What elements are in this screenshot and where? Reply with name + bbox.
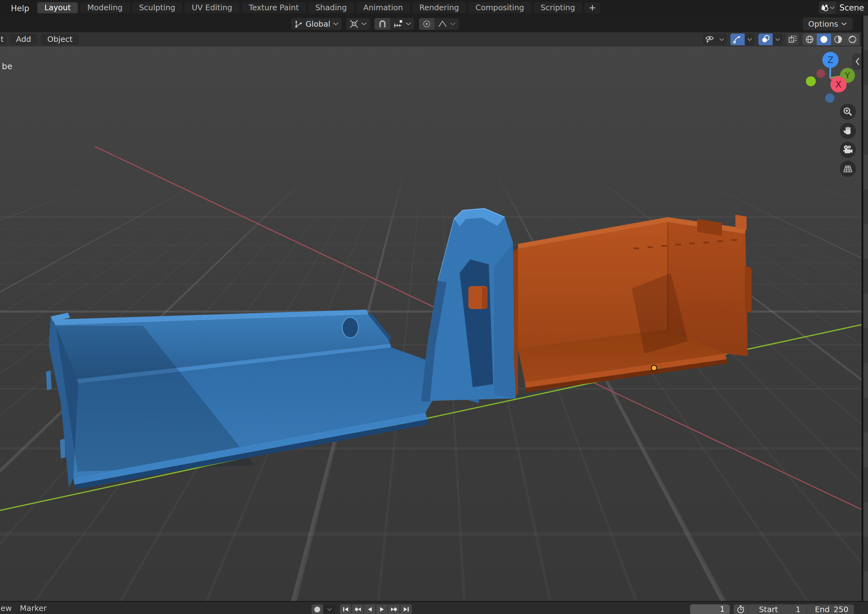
prev-keyframe-icon	[354, 606, 361, 612]
auto-keying-toggle[interactable]	[311, 605, 323, 614]
hand-icon	[843, 126, 853, 136]
view-menu-partial[interactable]: ew	[1, 604, 12, 613]
end-frame-field[interactable]: End 250	[807, 605, 854, 614]
tab-sculpting[interactable]: Sculpting	[132, 2, 183, 13]
adjacent-editor-edge[interactable]	[863, 16, 868, 601]
perspective-toggle-button[interactable]	[840, 161, 856, 177]
tab-animation[interactable]: Animation	[356, 2, 410, 13]
object-menu[interactable]: Object	[41, 34, 79, 45]
play-icon	[379, 606, 385, 612]
tray-hole	[342, 317, 358, 338]
help-menu[interactable]: Help	[8, 3, 32, 14]
gizmo-minus-z-axis[interactable]	[825, 93, 834, 103]
chevron-down-icon	[450, 22, 456, 26]
object-visibility-group	[703, 34, 727, 45]
blue-handle-object[interactable]	[421, 208, 516, 402]
solid-shading-button[interactable]	[817, 34, 831, 45]
eye-cursor-icon	[705, 35, 715, 44]
tab-uv-editing[interactable]: UV Editing	[185, 2, 239, 13]
next-keyframe-button[interactable]	[388, 605, 400, 614]
workspace-tabs: Layout Modeling Sculpting UV Editing Tex…	[37, 2, 600, 13]
play-reverse-icon	[367, 606, 373, 612]
overlays-group	[758, 34, 782, 45]
chevron-down-icon	[406, 22, 411, 26]
wireframe-shading-button[interactable]	[803, 34, 817, 45]
tab-compositing[interactable]: Compositing	[468, 2, 531, 13]
visibility-dropdown[interactable]	[717, 34, 727, 45]
falloff-dropdown[interactable]	[434, 18, 459, 30]
options-dropdown[interactable]: Options	[803, 17, 852, 30]
tab-modeling[interactable]: Modeling	[80, 2, 130, 13]
show-overlays-toggle[interactable]	[758, 34, 773, 45]
chevron-down-icon	[327, 608, 332, 611]
frame-range-group: Start 1 End 250	[734, 605, 854, 614]
blue-object[interactable]	[46, 310, 479, 490]
gizmo-minus-x-axis[interactable]	[817, 69, 825, 78]
xray-toggle[interactable]	[786, 34, 799, 45]
snap-target-dropdown[interactable]	[346, 18, 370, 30]
show-gizmos-toggle[interactable]	[730, 34, 745, 45]
overlays-dropdown[interactable]	[773, 34, 782, 45]
axes-icon	[294, 20, 303, 28]
proportional-dot-icon	[422, 19, 431, 28]
use-preview-range-toggle[interactable]	[734, 605, 748, 614]
material-sphere-icon	[834, 35, 843, 44]
add-menu[interactable]: Add	[10, 34, 37, 45]
marker-menu[interactable]: Marker	[20, 604, 47, 613]
next-keyframe-icon	[390, 606, 398, 612]
topbar: Help Layout Modeling Sculpting UV Editin…	[0, 0, 868, 16]
tab-shading[interactable]: Shading	[308, 2, 354, 13]
end-label: End	[807, 605, 830, 614]
jump-to-start-button[interactable]	[340, 605, 351, 614]
chevron-down-icon	[719, 38, 724, 41]
end-value: 250	[834, 605, 854, 614]
select-menu-partial[interactable]: t	[0, 34, 6, 45]
play-button[interactable]	[376, 605, 387, 614]
play-reverse-button[interactable]	[364, 605, 375, 614]
rendered-shading-button[interactable]	[845, 34, 860, 45]
svg-text:X: X	[835, 79, 841, 90]
keying-dropdown[interactable]	[323, 605, 335, 614]
gizmo-minus-y-axis[interactable]	[806, 76, 816, 86]
previous-keyframe-button[interactable]	[352, 605, 363, 614]
jump-start-icon	[342, 606, 349, 612]
snap-target-icon	[349, 19, 359, 28]
pan-button[interactable]	[840, 123, 856, 139]
stopwatch-icon	[736, 605, 745, 614]
gizmos-dropdown[interactable]	[745, 34, 754, 45]
snap-group	[375, 18, 414, 30]
jump-to-end-button[interactable]	[400, 605, 412, 614]
tab-texture-paint[interactable]: Texture Paint	[242, 2, 306, 13]
zoom-button[interactable]	[840, 104, 856, 120]
add-workspace-button[interactable]: +	[585, 2, 600, 13]
snap-increments-icon	[393, 19, 403, 28]
snap-to-dropdown[interactable]	[390, 18, 414, 30]
start-frame-field[interactable]: Start 1	[748, 605, 806, 614]
transform-orientation-dropdown[interactable]: Global	[291, 18, 342, 30]
sidebar-collapse-arrow[interactable]	[852, 53, 863, 70]
proportional-editing-toggle[interactable]	[419, 18, 434, 30]
tab-scripting[interactable]: Scripting	[534, 2, 582, 13]
chevron-down-icon	[747, 38, 752, 41]
material-shading-button[interactable]	[831, 34, 845, 45]
active-object-label-partial: be	[2, 61, 12, 71]
tab-layout[interactable]: Layout	[37, 2, 78, 13]
magnet-icon	[378, 19, 387, 28]
scene-browse-button[interactable]	[819, 2, 836, 14]
orange-object[interactable]	[507, 215, 751, 397]
timeline-bar: ew Marker	[0, 601, 868, 614]
snap-toggle-button[interactable]	[375, 18, 390, 30]
scene-name-field[interactable]: Scene	[836, 2, 868, 14]
scene-icon	[820, 3, 829, 12]
tab-rendering[interactable]: Rendering	[412, 2, 466, 13]
3d-scene[interactable]	[0, 47, 868, 601]
object-origin-dot[interactable]	[651, 365, 657, 371]
camera-view-button[interactable]	[840, 142, 856, 158]
show-object-types-button[interactable]	[703, 34, 717, 45]
current-frame-field[interactable]: 1	[690, 605, 730, 614]
start-label: Start	[748, 605, 778, 614]
chevron-down-icon	[775, 38, 780, 41]
svg-text:Z: Z	[827, 55, 833, 65]
solid-sphere-icon	[819, 35, 829, 44]
3d-viewport[interactable]: be Z Y X	[0, 47, 868, 601]
